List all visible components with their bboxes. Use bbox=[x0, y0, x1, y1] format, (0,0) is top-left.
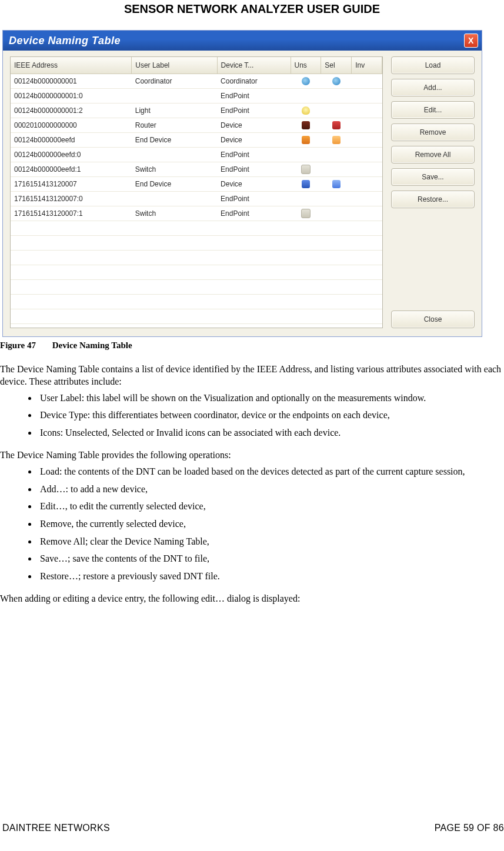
table-row[interactable]: 00124b0000000001:2LightEndPoint bbox=[11, 104, 382, 118]
cell-unselected-icon bbox=[291, 177, 321, 192]
cell-selected-icon bbox=[321, 133, 352, 148]
grey-icon bbox=[301, 209, 311, 218]
close-button[interactable]: Close bbox=[391, 311, 475, 328]
cell-invalid-icon bbox=[352, 133, 382, 148]
cell-selected-icon bbox=[321, 74, 352, 89]
ltblue-icon bbox=[332, 180, 341, 188]
cell-ieee: 00124b000000eefd:0 bbox=[11, 148, 132, 162]
cell-device-type: EndPoint bbox=[217, 192, 291, 206]
table-row[interactable]: 00124b0000000001CoordinatorCoordinator bbox=[11, 74, 382, 89]
list-item: Restore…; restore a previously saved DNT… bbox=[38, 570, 504, 583]
cell-device-type: EndPoint bbox=[217, 89, 291, 104]
cell-invalid-icon bbox=[352, 74, 382, 89]
cell-selected-icon bbox=[321, 192, 352, 206]
table-row[interactable]: 0002010000000000RouterDevice bbox=[11, 118, 382, 133]
cell-device-type: EndPoint bbox=[217, 148, 291, 162]
save-button[interactable]: Save... bbox=[391, 168, 475, 186]
blue-circle-icon bbox=[302, 77, 310, 85]
cell-ieee: 1716151413120007:1 bbox=[11, 206, 132, 221]
cell-user-label: Switch bbox=[132, 162, 217, 177]
table-row[interactable]: 00124b000000eefdEnd DeviceDevice bbox=[11, 133, 382, 148]
table-row[interactable]: 00124b000000eefd:0EndPoint bbox=[11, 148, 382, 162]
cell-unselected-icon bbox=[291, 74, 321, 89]
col-invalid[interactable]: Inv bbox=[352, 57, 382, 74]
cell-invalid-icon bbox=[352, 148, 382, 162]
titlebar: Device Naming Table X bbox=[3, 31, 482, 51]
cell-user-label: End Device bbox=[132, 177, 217, 192]
red-icon bbox=[332, 121, 341, 129]
cell-selected-icon bbox=[321, 177, 352, 192]
cell-ieee: 00124b000000eefd:1 bbox=[11, 162, 132, 177]
cell-unselected-icon bbox=[291, 89, 321, 104]
load-button[interactable]: Load bbox=[391, 56, 475, 74]
table-row-empty bbox=[11, 280, 382, 295]
list-item: Remove, the currently selected device, bbox=[38, 518, 504, 530]
ltorange-icon bbox=[332, 136, 341, 144]
dialog-body: IEEE Address User Label Device T... Uns … bbox=[3, 51, 482, 336]
grey-icon bbox=[301, 165, 311, 174]
figure-title: Device Naming Table bbox=[52, 341, 132, 350]
cell-selected-icon bbox=[321, 89, 352, 104]
device-table[interactable]: IEEE Address User Label Device T... Uns … bbox=[10, 56, 383, 328]
cell-unselected-icon bbox=[291, 206, 321, 221]
device-naming-table-dialog: Device Naming Table X IEEE Address User … bbox=[2, 30, 482, 337]
cell-device-type: Device bbox=[217, 133, 291, 148]
table-header-row: IEEE Address User Label Device T... Uns … bbox=[11, 57, 382, 74]
cell-ieee: 00124b0000000001:2 bbox=[11, 104, 132, 118]
cell-invalid-icon bbox=[352, 162, 382, 177]
cell-ieee: 0002010000000000 bbox=[11, 118, 132, 133]
table-row-empty bbox=[11, 295, 382, 309]
cell-user-label: Switch bbox=[132, 206, 217, 221]
close-icon[interactable]: X bbox=[464, 34, 478, 48]
operations-list: Load: the contents of the DNT can be loa… bbox=[0, 465, 504, 582]
cell-user-label: Coordinator bbox=[132, 74, 217, 89]
cell-ieee: 1716151413120007 bbox=[11, 177, 132, 192]
list-item: Save…; save the contents of the DNT to f… bbox=[38, 552, 504, 565]
cell-unselected-icon bbox=[291, 104, 321, 118]
col-selected[interactable]: Sel bbox=[321, 57, 352, 74]
col-ieee-address[interactable]: IEEE Address bbox=[11, 57, 132, 74]
intro-paragraph: The Device Naming Table contains a list … bbox=[0, 363, 504, 388]
cell-ieee: 1716151413120007:0 bbox=[11, 192, 132, 206]
table-row[interactable]: 00124b0000000001:0EndPoint bbox=[11, 89, 382, 104]
close-x-glyph: X bbox=[468, 36, 474, 45]
cell-user-label: End Device bbox=[132, 133, 217, 148]
table-row[interactable]: 1716151413120007:1SwitchEndPoint bbox=[11, 206, 382, 221]
col-device-type[interactable]: Device T... bbox=[217, 57, 291, 74]
remove-button[interactable]: Remove bbox=[391, 124, 475, 141]
cell-device-type: EndPoint bbox=[217, 206, 291, 221]
cell-unselected-icon bbox=[291, 133, 321, 148]
cell-selected-icon bbox=[321, 206, 352, 221]
table-row[interactable]: 00124b000000eefd:1SwitchEndPoint bbox=[11, 162, 382, 177]
col-user-label[interactable]: User Label bbox=[132, 57, 217, 74]
list-item: Edit…, to edit the currently selected de… bbox=[38, 500, 504, 513]
figure-number: Figure 47 bbox=[0, 341, 36, 350]
table-row[interactable]: 1716151413120007:0EndPoint bbox=[11, 192, 382, 206]
cell-selected-icon bbox=[321, 118, 352, 133]
cell-invalid-icon bbox=[352, 104, 382, 118]
restore-button[interactable]: Restore... bbox=[391, 191, 475, 208]
table-row-empty bbox=[11, 309, 382, 324]
cell-ieee: 00124b0000000001 bbox=[11, 74, 132, 89]
page-title: SENSOR NETWORK ANALYZER USER GUIDE bbox=[0, 0, 504, 16]
remove-all-button[interactable]: Remove All bbox=[391, 146, 475, 163]
cell-selected-icon bbox=[321, 148, 352, 162]
page-footer: DAINTREE NETWORKS PAGE 59 OF 86 bbox=[2, 823, 504, 833]
cell-unselected-icon bbox=[291, 148, 321, 162]
cell-invalid-icon bbox=[352, 118, 382, 133]
cell-device-type: EndPoint bbox=[217, 104, 291, 118]
cell-invalid-icon bbox=[352, 89, 382, 104]
col-unselected[interactable]: Uns bbox=[291, 57, 321, 74]
table-row[interactable]: 1716151413120007End DeviceDevice bbox=[11, 177, 382, 192]
cell-selected-icon bbox=[321, 104, 352, 118]
add-button[interactable]: Add... bbox=[391, 79, 475, 96]
list-item: Remove All; clear the Device Naming Tabl… bbox=[38, 535, 504, 548]
table-row-empty bbox=[11, 251, 382, 265]
edit-button[interactable]: Edit... bbox=[391, 101, 475, 119]
table-row-empty bbox=[11, 324, 382, 329]
button-column: Load Add... Edit... Remove Remove All Sa… bbox=[391, 56, 475, 328]
cell-device-type: EndPoint bbox=[217, 162, 291, 177]
cell-device-type: Device bbox=[217, 118, 291, 133]
list-item: Icons: Unselected, Selected or Invalid i… bbox=[38, 426, 504, 439]
cell-user-label bbox=[132, 192, 217, 206]
